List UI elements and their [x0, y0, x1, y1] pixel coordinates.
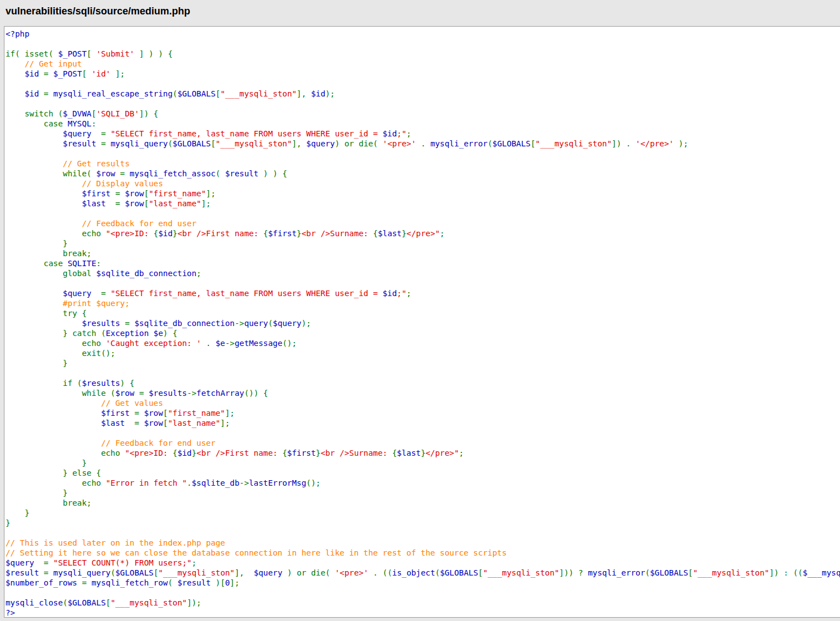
code-line: while ($row = $results->fetchArray()) {: [6, 388, 840, 398]
code-line: }: [6, 508, 840, 518]
code-line: }: [6, 488, 840, 498]
code-line: $result = mysqli_query($GLOBALS["___mysq…: [6, 139, 840, 149]
code-line: [6, 149, 840, 159]
code-line: echo "Error in fetch ".$sqlite_db->lastE…: [6, 478, 840, 488]
code-line: // Feedback for end user: [6, 438, 840, 448]
code-line: }: [6, 358, 840, 368]
code-line: }: [6, 458, 840, 468]
code-line: [6, 99, 840, 109]
header: vulnerabilities/sqli/source/medium.php: [0, 0, 840, 22]
code-line: break;: [6, 248, 840, 258]
code-line: // Get input: [6, 59, 840, 69]
code-line: [6, 39, 840, 49]
code-line: global $sqlite_db_connection;: [6, 268, 840, 278]
code-line: } catch (Exception $e) {: [6, 328, 840, 338]
code-line: $id = mysqli_real_escape_string($GLOBALS…: [6, 89, 840, 99]
code-line: try {: [6, 308, 840, 318]
code-line: $query = "SELECT COUNT(*) FROM users;";: [6, 558, 840, 568]
code-line: <?php: [6, 29, 840, 39]
code-line: [6, 208, 840, 218]
code-line: [6, 428, 840, 438]
code-line: case MYSQL:: [6, 119, 840, 129]
code-line: // Get values: [6, 398, 840, 408]
code-line: echo 'Caught exception: ' . $e->getMessa…: [6, 338, 840, 348]
code-line: }: [6, 238, 840, 248]
code-line: $id = $_POST[ 'id' ];: [6, 69, 840, 79]
code-line: if ($results) {: [6, 378, 840, 388]
code-line: switch ($_DVWA['SQLI_DB']) {: [6, 109, 840, 119]
code-line: [6, 278, 840, 288]
code-line: // This is used later on in the index.ph…: [6, 538, 840, 548]
code-line: // Feedback for end user: [6, 218, 840, 228]
code-line: #print $query;: [6, 298, 840, 308]
code-line: // Setting it here so we can close the d…: [6, 548, 840, 558]
code-line: $results = $sqlite_db_connection->query(…: [6, 318, 840, 328]
code-line: $query = "SELECT first_name, last_name F…: [6, 129, 840, 139]
code-line: $last = $row["last_name"];: [6, 198, 840, 208]
code-line: $number_of_rows = mysqli_fetch_row( $res…: [6, 578, 840, 588]
code-line: while( $row = mysqli_fetch_assoc( $resul…: [6, 169, 840, 179]
code-line: $last = $row["last_name"];: [6, 418, 840, 428]
code-line: $first = $row["first_name"];: [6, 189, 840, 198]
code-line: $result = mysqli_query($GLOBALS["___mysq…: [6, 568, 840, 578]
code-line: case SQLITE:: [6, 258, 840, 268]
code-line: // Get results: [6, 159, 840, 169]
code-line: ?>: [6, 608, 840, 618]
code-line: $first = $row["first_name"];: [6, 408, 840, 418]
source-code-panel: <?php if( isset( $_POST[ 'Submit' ] ) ) …: [4, 26, 840, 618]
page: { "header": { "title": "vulnerabilities/…: [0, 0, 840, 621]
code-line: [6, 588, 840, 598]
code-line: echo "<pre>ID: {$id}<br />First name: {$…: [6, 228, 840, 238]
code-line: }: [6, 518, 840, 528]
code-line: exit();: [6, 348, 840, 358]
code-line: [6, 79, 840, 89]
code-line: $query = "SELECT first_name, last_name F…: [6, 288, 840, 298]
code-block: <?php if( isset( $_POST[ 'Submit' ] ) ) …: [6, 29, 840, 618]
page-title: vulnerabilities/sqli/source/medium.php: [6, 5, 840, 17]
code-line: [6, 368, 840, 378]
code-line: echo "<pre>ID: {$id}<br />First name: {$…: [6, 448, 840, 458]
code-line: if( isset( $_POST[ 'Submit' ] ) ) {: [6, 49, 840, 59]
code-line: } else {: [6, 468, 840, 478]
code-line: // Display values: [6, 179, 840, 189]
code-line: [6, 528, 840, 538]
code-line: break;: [6, 498, 840, 508]
code-line: mysqli_close($GLOBALS["___mysqli_ston"])…: [6, 598, 840, 608]
